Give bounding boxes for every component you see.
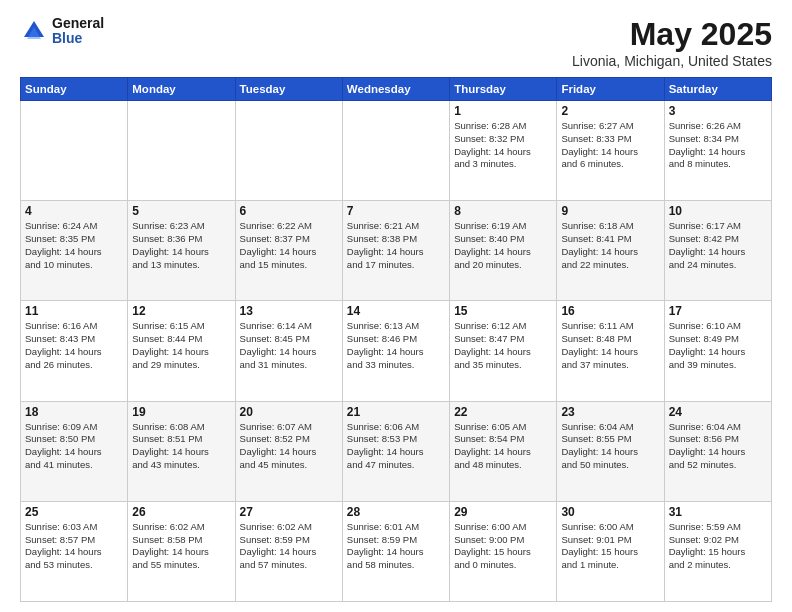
day-info: Sunrise: 6:13 AM Sunset: 8:46 PM Dayligh… <box>347 320 445 371</box>
calendar-cell: 14Sunrise: 6:13 AM Sunset: 8:46 PM Dayli… <box>342 301 449 401</box>
calendar-cell: 6Sunrise: 6:22 AM Sunset: 8:37 PM Daylig… <box>235 201 342 301</box>
day-info: Sunrise: 6:12 AM Sunset: 8:47 PM Dayligh… <box>454 320 552 371</box>
calendar-cell: 1Sunrise: 6:28 AM Sunset: 8:32 PM Daylig… <box>450 101 557 201</box>
calendar-cell <box>21 101 128 201</box>
day-info: Sunrise: 6:17 AM Sunset: 8:42 PM Dayligh… <box>669 220 767 271</box>
calendar-cell: 9Sunrise: 6:18 AM Sunset: 8:41 PM Daylig… <box>557 201 664 301</box>
day-info: Sunrise: 6:04 AM Sunset: 8:56 PM Dayligh… <box>669 421 767 472</box>
day-info: Sunrise: 6:26 AM Sunset: 8:34 PM Dayligh… <box>669 120 767 171</box>
calendar-cell: 3Sunrise: 6:26 AM Sunset: 8:34 PM Daylig… <box>664 101 771 201</box>
calendar-cell: 8Sunrise: 6:19 AM Sunset: 8:40 PM Daylig… <box>450 201 557 301</box>
day-number: 16 <box>561 304 659 318</box>
day-info: Sunrise: 6:14 AM Sunset: 8:45 PM Dayligh… <box>240 320 338 371</box>
calendar-table: SundayMondayTuesdayWednesdayThursdayFrid… <box>20 77 772 602</box>
calendar-cell: 12Sunrise: 6:15 AM Sunset: 8:44 PM Dayli… <box>128 301 235 401</box>
day-info: Sunrise: 6:00 AM Sunset: 9:00 PM Dayligh… <box>454 521 552 572</box>
day-info: Sunrise: 6:18 AM Sunset: 8:41 PM Dayligh… <box>561 220 659 271</box>
calendar-cell: 19Sunrise: 6:08 AM Sunset: 8:51 PM Dayli… <box>128 401 235 501</box>
logo-general-text: General <box>52 16 104 31</box>
day-info: Sunrise: 6:04 AM Sunset: 8:55 PM Dayligh… <box>561 421 659 472</box>
day-number: 10 <box>669 204 767 218</box>
calendar-cell: 4Sunrise: 6:24 AM Sunset: 8:35 PM Daylig… <box>21 201 128 301</box>
day-header-friday: Friday <box>557 78 664 101</box>
day-number: 21 <box>347 405 445 419</box>
day-info: Sunrise: 6:28 AM Sunset: 8:32 PM Dayligh… <box>454 120 552 171</box>
day-info: Sunrise: 6:00 AM Sunset: 9:01 PM Dayligh… <box>561 521 659 572</box>
day-header-tuesday: Tuesday <box>235 78 342 101</box>
calendar-cell: 22Sunrise: 6:05 AM Sunset: 8:54 PM Dayli… <box>450 401 557 501</box>
day-info: Sunrise: 6:23 AM Sunset: 8:36 PM Dayligh… <box>132 220 230 271</box>
calendar-cell: 31Sunrise: 5:59 AM Sunset: 9:02 PM Dayli… <box>664 501 771 601</box>
calendar-cell: 16Sunrise: 6:11 AM Sunset: 8:48 PM Dayli… <box>557 301 664 401</box>
day-info: Sunrise: 6:06 AM Sunset: 8:53 PM Dayligh… <box>347 421 445 472</box>
day-info: Sunrise: 6:15 AM Sunset: 8:44 PM Dayligh… <box>132 320 230 371</box>
day-number: 2 <box>561 104 659 118</box>
calendar-cell: 29Sunrise: 6:00 AM Sunset: 9:00 PM Dayli… <box>450 501 557 601</box>
logo-icon <box>20 17 48 45</box>
day-number: 8 <box>454 204 552 218</box>
day-info: Sunrise: 5:59 AM Sunset: 9:02 PM Dayligh… <box>669 521 767 572</box>
day-number: 15 <box>454 304 552 318</box>
day-header-wednesday: Wednesday <box>342 78 449 101</box>
calendar-cell: 20Sunrise: 6:07 AM Sunset: 8:52 PM Dayli… <box>235 401 342 501</box>
day-info: Sunrise: 6:03 AM Sunset: 8:57 PM Dayligh… <box>25 521 123 572</box>
day-number: 20 <box>240 405 338 419</box>
day-number: 3 <box>669 104 767 118</box>
calendar-cell: 2Sunrise: 6:27 AM Sunset: 8:33 PM Daylig… <box>557 101 664 201</box>
day-number: 23 <box>561 405 659 419</box>
day-number: 17 <box>669 304 767 318</box>
calendar-cell: 27Sunrise: 6:02 AM Sunset: 8:59 PM Dayli… <box>235 501 342 601</box>
title-block: May 2025 Livonia, Michigan, United State… <box>572 16 772 69</box>
calendar-location: Livonia, Michigan, United States <box>572 53 772 69</box>
day-number: 7 <box>347 204 445 218</box>
calendar-cell <box>342 101 449 201</box>
day-header-saturday: Saturday <box>664 78 771 101</box>
calendar-cell: 10Sunrise: 6:17 AM Sunset: 8:42 PM Dayli… <box>664 201 771 301</box>
day-number: 12 <box>132 304 230 318</box>
day-info: Sunrise: 6:11 AM Sunset: 8:48 PM Dayligh… <box>561 320 659 371</box>
calendar-cell: 24Sunrise: 6:04 AM Sunset: 8:56 PM Dayli… <box>664 401 771 501</box>
day-header-sunday: Sunday <box>21 78 128 101</box>
day-number: 24 <box>669 405 767 419</box>
day-number: 28 <box>347 505 445 519</box>
day-number: 27 <box>240 505 338 519</box>
calendar-title: May 2025 <box>572 16 772 53</box>
day-number: 18 <box>25 405 123 419</box>
day-number: 30 <box>561 505 659 519</box>
day-info: Sunrise: 6:05 AM Sunset: 8:54 PM Dayligh… <box>454 421 552 472</box>
day-info: Sunrise: 6:02 AM Sunset: 8:58 PM Dayligh… <box>132 521 230 572</box>
day-info: Sunrise: 6:07 AM Sunset: 8:52 PM Dayligh… <box>240 421 338 472</box>
calendar-cell: 18Sunrise: 6:09 AM Sunset: 8:50 PM Dayli… <box>21 401 128 501</box>
day-info: Sunrise: 6:19 AM Sunset: 8:40 PM Dayligh… <box>454 220 552 271</box>
calendar-cell: 25Sunrise: 6:03 AM Sunset: 8:57 PM Dayli… <box>21 501 128 601</box>
day-info: Sunrise: 6:21 AM Sunset: 8:38 PM Dayligh… <box>347 220 445 271</box>
day-number: 11 <box>25 304 123 318</box>
logo-blue-text: Blue <box>52 31 104 46</box>
page-header: General Blue May 2025 Livonia, Michigan,… <box>20 16 772 69</box>
day-number: 14 <box>347 304 445 318</box>
day-number: 9 <box>561 204 659 218</box>
calendar-cell: 21Sunrise: 6:06 AM Sunset: 8:53 PM Dayli… <box>342 401 449 501</box>
day-number: 13 <box>240 304 338 318</box>
calendar-cell <box>235 101 342 201</box>
calendar-cell <box>128 101 235 201</box>
day-number: 25 <box>25 505 123 519</box>
calendar-cell: 28Sunrise: 6:01 AM Sunset: 8:59 PM Dayli… <box>342 501 449 601</box>
calendar-cell: 13Sunrise: 6:14 AM Sunset: 8:45 PM Dayli… <box>235 301 342 401</box>
day-info: Sunrise: 6:01 AM Sunset: 8:59 PM Dayligh… <box>347 521 445 572</box>
day-info: Sunrise: 6:09 AM Sunset: 8:50 PM Dayligh… <box>25 421 123 472</box>
day-info: Sunrise: 6:08 AM Sunset: 8:51 PM Dayligh… <box>132 421 230 472</box>
day-number: 19 <box>132 405 230 419</box>
day-info: Sunrise: 6:27 AM Sunset: 8:33 PM Dayligh… <box>561 120 659 171</box>
day-info: Sunrise: 6:02 AM Sunset: 8:59 PM Dayligh… <box>240 521 338 572</box>
calendar-cell: 5Sunrise: 6:23 AM Sunset: 8:36 PM Daylig… <box>128 201 235 301</box>
day-number: 4 <box>25 204 123 218</box>
day-info: Sunrise: 6:24 AM Sunset: 8:35 PM Dayligh… <box>25 220 123 271</box>
day-number: 6 <box>240 204 338 218</box>
day-info: Sunrise: 6:22 AM Sunset: 8:37 PM Dayligh… <box>240 220 338 271</box>
calendar-cell: 30Sunrise: 6:00 AM Sunset: 9:01 PM Dayli… <box>557 501 664 601</box>
day-info: Sunrise: 6:16 AM Sunset: 8:43 PM Dayligh… <box>25 320 123 371</box>
day-number: 31 <box>669 505 767 519</box>
day-number: 1 <box>454 104 552 118</box>
calendar-cell: 26Sunrise: 6:02 AM Sunset: 8:58 PM Dayli… <box>128 501 235 601</box>
